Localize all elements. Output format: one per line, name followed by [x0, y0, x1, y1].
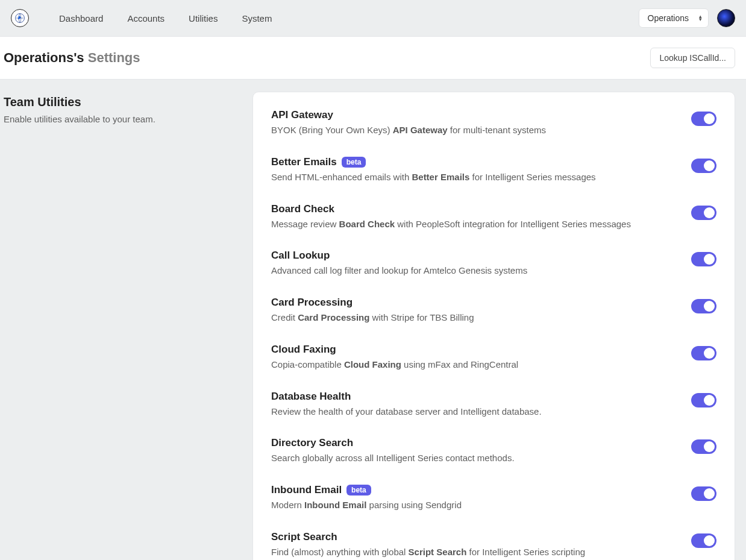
utility-desc-post: with Stripe for TBS Billing — [369, 312, 474, 322]
nav-dashboard[interactable]: Dashboard — [59, 13, 103, 24]
utility-title: Directory Search — [271, 437, 677, 449]
utility-title: Cloud Faxing — [271, 344, 677, 356]
utility-text: Board CheckMessage review Board Check wi… — [271, 203, 691, 231]
utility-title: API Gateway — [271, 109, 677, 121]
utility-toggle[interactable] — [691, 112, 716, 126]
nav-utilities[interactable]: Utilities — [189, 13, 218, 24]
utility-row: Database HealthReview the health of your… — [271, 381, 716, 428]
utility-toggle[interactable] — [691, 206, 716, 220]
nav-accounts[interactable]: Accounts — [127, 13, 165, 24]
utility-row: Call LookupAdvanced call log filter and … — [271, 240, 716, 287]
main-content: Team Utilities Enable utilities availabl… — [0, 80, 746, 560]
utility-title: Card Processing — [271, 297, 677, 309]
toggle-knob — [704, 301, 715, 312]
utility-desc-bold: Better Emails — [412, 172, 469, 182]
utility-desc: Find (almost) anything with global Scrip… — [271, 546, 677, 559]
utility-toggle[interactable] — [691, 299, 716, 313]
beta-badge: beta — [342, 157, 366, 168]
utility-title: Call Lookup — [271, 250, 677, 262]
utility-desc-pre: Review the health of your database serve… — [271, 406, 542, 417]
utility-row: Card ProcessingCredit Card Processing wi… — [271, 287, 716, 334]
utility-desc-pre: Find (almost) anything with global — [271, 547, 409, 557]
utility-text: API GatewayBYOK (Bring Your Own Keys) AP… — [271, 109, 691, 137]
utility-text: Call LookupAdvanced call log filter and … — [271, 250, 691, 277]
utility-desc: Credit Card Processing with Stripe for T… — [271, 311, 677, 324]
utility-desc: Message review Board Check with PeopleSo… — [271, 218, 677, 231]
utility-desc-bold: Inbound Email — [304, 500, 366, 510]
utility-desc: Send HTML-enhanced emails with Better Em… — [271, 171, 677, 184]
page-header: Operations's Settings Lookup ISCallId... — [0, 36, 746, 80]
team-selector[interactable]: Operations ▴▾ — [639, 8, 709, 28]
phone-globe-icon — [14, 13, 25, 24]
utility-row: API GatewayBYOK (Bring Your Own Keys) AP… — [271, 109, 716, 146]
nav-system[interactable]: System — [242, 13, 272, 24]
utility-title-text: Cloud Faxing — [271, 344, 336, 356]
utility-desc-pre: Copia-compatible — [271, 359, 344, 370]
utility-title-text: Script Search — [271, 531, 337, 543]
utility-desc-pre: Message review — [271, 219, 339, 229]
utility-title: Inbound Emailbeta — [271, 484, 677, 496]
utility-desc-post: for Intelligent Series scripting — [466, 547, 585, 557]
lookup-callid-button[interactable]: Lookup ISCallId... — [650, 48, 735, 68]
utility-desc-pre: Modern — [271, 500, 304, 510]
utility-title: Database Health — [271, 391, 677, 403]
utility-desc-bold: Script Search — [409, 547, 467, 557]
toggle-knob — [704, 113, 715, 124]
utility-toggle[interactable] — [691, 252, 716, 266]
utility-row: Directory SearchSearch globally across a… — [271, 427, 716, 474]
utility-toggle[interactable] — [691, 393, 716, 407]
utility-toggle[interactable] — [691, 533, 716, 548]
utility-toggle[interactable] — [691, 346, 716, 360]
toggle-knob — [704, 535, 715, 546]
toggle-knob — [704, 348, 715, 359]
utility-toggle[interactable] — [691, 486, 716, 501]
utility-desc: Advanced call log filter and lookup for … — [271, 264, 677, 277]
utility-title-text: Call Lookup — [271, 250, 330, 262]
utility-desc: BYOK (Bring Your Own Keys) API Gateway f… — [271, 124, 677, 137]
utility-row: Inbound EmailbetaModern Inbound Email pa… — [271, 474, 716, 521]
utility-desc-post: for multi-tenant systems — [448, 125, 546, 135]
utility-row: Script SearchFind (almost) anything with… — [271, 521, 716, 560]
utility-desc-bold: API Gateway — [393, 125, 448, 135]
toggle-knob — [704, 395, 715, 406]
utilities-card: API GatewayBYOK (Bring Your Own Keys) AP… — [252, 92, 735, 560]
utility-row: Board CheckMessage review Board Check wi… — [271, 193, 716, 241]
utility-title: Better Emailsbeta — [271, 156, 677, 168]
utility-desc-bold: Cloud Faxing — [344, 359, 401, 370]
chevron-updown-icon: ▴▾ — [699, 15, 702, 21]
utility-toggle[interactable] — [691, 439, 716, 454]
utility-text: Cloud FaxingCopia-compatible Cloud Faxin… — [271, 344, 691, 371]
utility-desc-pre: Advanced call log filter and lookup for … — [271, 265, 527, 275]
utility-title-text: Card Processing — [271, 297, 353, 309]
utility-desc-pre: Credit — [271, 312, 298, 322]
utility-desc-post: using mFax and RingCentral — [401, 359, 518, 370]
utility-text: Directory SearchSearch globally across a… — [271, 437, 691, 465]
toggle-knob — [704, 207, 715, 218]
utility-desc-bold: Card Processing — [298, 312, 369, 322]
nav-links: Dashboard Accounts Utilities System — [59, 13, 272, 24]
utility-desc-pre: Send HTML-enhanced emails with — [271, 172, 412, 182]
utility-text: Database HealthReview the health of your… — [271, 391, 691, 418]
utility-desc-pre: Search globally across all Intelligent S… — [271, 453, 515, 463]
utility-desc-pre: BYOK (Bring Your Own Keys) — [271, 125, 393, 135]
toggle-knob — [704, 160, 715, 171]
utility-desc-bold: Board Check — [339, 219, 395, 229]
utility-title-text: Database Health — [271, 391, 351, 403]
utility-toggle[interactable] — [691, 159, 716, 173]
app-logo[interactable] — [11, 9, 29, 27]
utility-title-text: API Gateway — [271, 109, 333, 121]
utility-desc: Review the health of your database serve… — [271, 405, 677, 418]
team-selector-label: Operations — [648, 13, 689, 23]
sidebar-title: Team Utilities — [4, 95, 252, 109]
page-title: Operations's Settings — [4, 50, 140, 66]
utility-row: Cloud FaxingCopia-compatible Cloud Faxin… — [271, 334, 716, 381]
utility-desc-post: parsing using Sendgrid — [366, 500, 462, 510]
toggle-knob — [704, 441, 715, 452]
avatar[interactable] — [717, 9, 735, 27]
settings-sidebar: Team Utilities Enable utilities availabl… — [4, 92, 252, 124]
utility-title-text: Inbound Email — [271, 484, 342, 496]
utility-desc: Modern Inbound Email parsing using Sendg… — [271, 499, 677, 512]
utility-title-text: Better Emails — [271, 156, 337, 168]
utility-title: Board Check — [271, 203, 677, 215]
utility-title-text: Board Check — [271, 203, 334, 215]
